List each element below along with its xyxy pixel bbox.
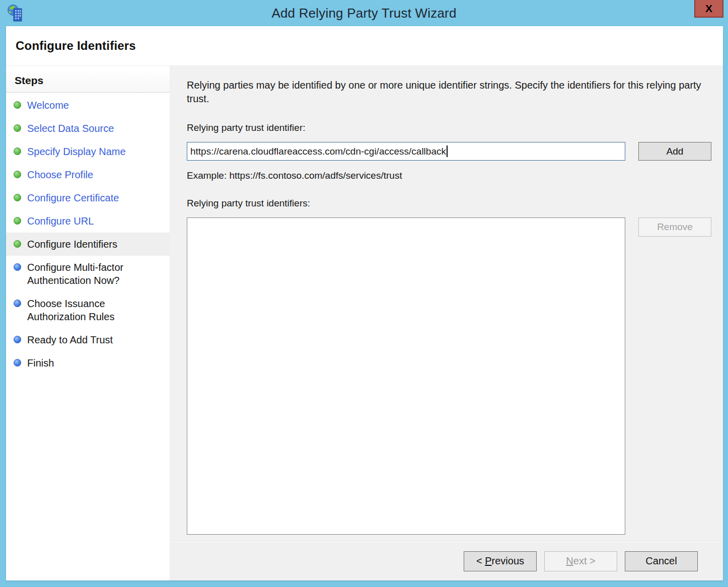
step-label: Ready to Add Trust — [27, 333, 113, 346]
page-title: Configure Identifiers — [16, 39, 136, 53]
step-current-icon — [14, 240, 21, 248]
step-done-icon — [14, 101, 21, 109]
step-done-icon — [14, 124, 21, 132]
relying-party-trust-identifier-input[interactable]: https://carena.cloudflareaccess.com/cdn-… — [187, 142, 625, 161]
close-icon: X — [705, 3, 712, 15]
identifier-row: https://carena.cloudflareaccess.com/cdn-… — [187, 142, 711, 161]
window-title: Add Relying Party Trust Wizard — [0, 6, 728, 21]
step-pending-icon — [14, 359, 21, 366]
step-label: Configure Certificate — [27, 191, 119, 204]
relying-party-trust-identifiers-listbox[interactable] — [187, 217, 625, 535]
titlebar: Add Relying Party Trust Wizard X — [0, 0, 728, 26]
step-item-configure-url[interactable]: Configure URL — [6, 209, 170, 233]
close-button[interactable]: X — [694, 0, 723, 18]
step-item-choose-issuance-rules: Choose Issuance Authorization Rules — [6, 292, 170, 328]
identifier-input-value: https://carena.cloudflareaccess.com/cdn-… — [190, 146, 446, 157]
steps-list: Welcome Select Data Source Specify Displ… — [6, 93, 170, 375]
add-button[interactable]: Add — [638, 142, 711, 161]
step-done-icon — [14, 217, 21, 225]
cancel-button[interactable]: Cancel — [625, 551, 698, 571]
steps-heading: Steps — [6, 72, 170, 93]
step-label: Configure Multi-factor Authentication No… — [27, 261, 166, 287]
step-label: Finish — [27, 356, 54, 370]
step-item-select-data-source[interactable]: Select Data Source — [6, 117, 170, 140]
step-label: Select Data Source — [27, 122, 114, 135]
content-pane: Relying parties may be identified by one… — [170, 66, 723, 580]
step-label: Configure Identifiers — [27, 238, 117, 251]
step-item-configure-identifiers: Configure Identifiers — [6, 233, 170, 256]
content-inner: Relying parties may be identified by one… — [170, 66, 723, 541]
previous-button[interactable]: < Previous — [464, 551, 537, 571]
text-caret — [447, 145, 448, 157]
step-item-configure-mfa: Configure Multi-factor Authentication No… — [6, 256, 170, 292]
step-label: Choose Profile — [27, 168, 93, 181]
page-body: Steps Welcome Select Data Source Specify… — [6, 66, 723, 580]
intro-text: Relying parties may be identified by one… — [187, 79, 701, 106]
step-label: Choose Issuance Authorization Rules — [27, 297, 166, 323]
footer-bar: < Previous Next > Cancel — [170, 541, 723, 580]
step-done-icon — [14, 171, 21, 178]
step-label: Configure URL — [27, 214, 94, 228]
example-text: Example: https://fs.contoso.com/adfs/ser… — [187, 170, 711, 181]
steps-sidebar: Steps Welcome Select Data Source Specify… — [6, 66, 170, 580]
step-item-specify-display-name[interactable]: Specify Display Name — [6, 140, 170, 163]
step-item-configure-certificate[interactable]: Configure Certificate — [6, 186, 170, 209]
step-label: Welcome — [27, 99, 69, 112]
identifiers-row: Remove — [187, 217, 711, 535]
step-pending-icon — [14, 336, 21, 343]
step-item-choose-profile[interactable]: Choose Profile — [6, 163, 170, 186]
wizard-page: Configure Identifiers Steps Welcome Sele… — [6, 26, 723, 580]
remove-button: Remove — [638, 217, 711, 237]
step-item-welcome[interactable]: Welcome — [6, 94, 170, 117]
next-button: Next > — [544, 551, 617, 571]
step-done-icon — [14, 194, 21, 201]
step-item-finish: Finish — [6, 351, 170, 375]
step-pending-icon — [14, 263, 21, 271]
step-done-icon — [14, 148, 21, 155]
wizard-window: Add Relying Party Trust Wizard X Configu… — [0, 0, 728, 587]
step-label: Specify Display Name — [27, 145, 126, 158]
step-pending-icon — [14, 300, 21, 307]
identifier-label: Relying party trust identifier: — [187, 122, 711, 133]
page-header: Configure Identifiers — [6, 26, 723, 66]
identifiers-list-label: Relying party trust identifiers: — [187, 198, 711, 209]
step-item-ready-to-add-trust: Ready to Add Trust — [6, 328, 170, 351]
